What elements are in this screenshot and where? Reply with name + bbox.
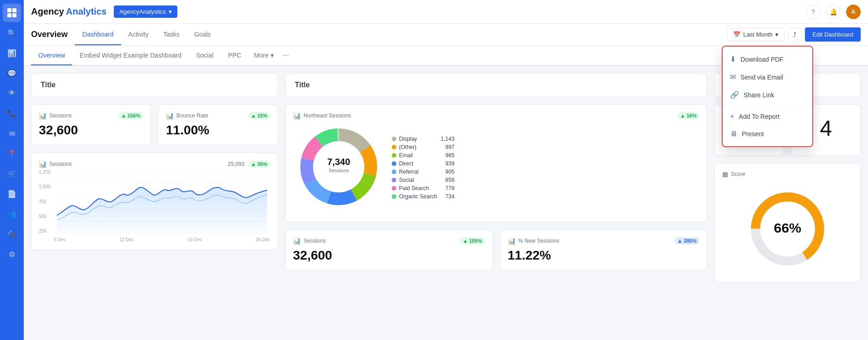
sessions-stat-header: 📊 Sessions ▲ 155% [39, 112, 143, 119]
help-button[interactable]: ? [806, 5, 820, 19]
dropdown-add-report[interactable]: + Add To Report [723, 108, 812, 125]
legend-dot-display [392, 137, 396, 141]
bounce-value: 11.00% [166, 123, 270, 138]
new-sessions-bar-icon: 📊 [508, 237, 516, 244]
donut-container: 7,340 Sessions [293, 121, 384, 214]
dropdown-download-pdf[interactable]: ⬇ Download PDF [723, 50, 812, 68]
second-navbar: Overview Dashboard Activity Tasks Goals … [24, 24, 868, 46]
donut-label: Northeast Sessions [304, 112, 351, 119]
sessions-chart-card: 📊 Sessions 25,093 ▲ 35% 1,250 1,000 750 [31, 153, 278, 250]
sessions-stat-header-2: 📊 Sessions ▲ 155% [293, 237, 485, 244]
sidebar-search[interactable]: 🔍 [3, 24, 21, 42]
sessions-badge-2: ▲ 155% [460, 237, 485, 244]
present-label: Present [742, 130, 764, 138]
score-header: ▦ Score [722, 170, 853, 178]
subnav-tab-overview[interactable]: Overview [31, 46, 72, 65]
tab-dashboard[interactable]: Dashboard [75, 24, 121, 45]
subnav-dots-button[interactable]: ··· [279, 46, 293, 65]
chart-area: 1,250 1,000 750 500 250 [39, 170, 270, 242]
edit-dashboard-label: Edit Dashboard [812, 31, 853, 38]
title-card-2: Title [285, 73, 707, 97]
page-tabs: Dashboard Activity Tasks Goals [75, 24, 218, 45]
legend-social: Social 858 [392, 177, 454, 183]
legend-referral: Referral 905 [392, 169, 454, 175]
tab-goals-label: Goals [194, 31, 211, 38]
donut-badge: ▲ 16% [677, 112, 699, 119]
sidebar-phone[interactable]: 📞 [3, 104, 21, 122]
new-sessions-stat-card: 📊 % New Sessions ▲ 285% 11.22% [500, 229, 708, 271]
donut-legend: Display 1,143 (Other) 997 Email [392, 136, 454, 200]
sidebar-eye[interactable]: 👁 [3, 84, 21, 102]
sessions-chart-total: 25,093 [228, 161, 245, 167]
legend-dot-email [392, 153, 396, 158]
bottom-stats-row: 📊 Sessions ▲ 155% 32,600 📊 % New Session… [285, 229, 707, 271]
dropdown-share-link[interactable]: 🔗 Share Link [723, 86, 812, 104]
topnav-left: AgencyAnalytics AgencyAnalystics ▾ [31, 5, 177, 18]
subnav-dots-label: ··· [283, 51, 289, 59]
sidebar-settings[interactable]: ⚙ [3, 245, 21, 263]
score-label: Score [731, 171, 745, 177]
dropdown-present[interactable]: 🖥 Present [723, 125, 812, 143]
legend-dot-referral [392, 170, 396, 174]
send-email-label: Send via Email [740, 74, 783, 81]
sessions-stat-card: 📊 Sessions ▲ 155% 32,600 [31, 104, 151, 145]
new-sessions-stat-header: 📊 % New Sessions ▲ 285% [508, 237, 700, 244]
legend-dot-social [392, 178, 396, 182]
dropdown-send-email[interactable]: ✉ Send via Email [723, 68, 812, 86]
subnav-more-button[interactable]: More ▾ [249, 46, 279, 64]
notifications-button[interactable]: 🔔 [826, 5, 841, 19]
donut-svg: 7,340 Sessions [293, 121, 384, 212]
question-icon: ? [811, 8, 815, 16]
agency-dropdown[interactable]: AgencyAnalystics ▾ [114, 5, 177, 18]
donut-section: 7,340 Sessions Display 1,143 [293, 121, 699, 214]
sidebar-home[interactable] [3, 4, 21, 22]
link-icon: 🔗 [730, 90, 739, 99]
topnav-right: ? 🔔 A [806, 5, 861, 19]
sessions-label-2: Sessions [304, 238, 326, 244]
chart-svg-wrap: 5 Dec 12 Dec 19 Dec 26 Dec [54, 170, 270, 242]
y-axis: 1,250 1,000 750 500 250 [39, 170, 52, 234]
score-gauge-svg: 66% [742, 183, 833, 275]
subnav-tab-ppc[interactable]: PPC [221, 46, 249, 65]
sessions-stat-card-2: 📊 Sessions ▲ 155% 32,600 [285, 229, 493, 271]
tab-tasks[interactable]: Tasks [156, 24, 187, 45]
tab-activity[interactable]: Activity [121, 24, 156, 45]
sessions-line-chart [54, 170, 270, 234]
score-gauge: 66% [722, 183, 853, 275]
subnav-embed-label: Embed Widget Example Dashboard [80, 52, 181, 59]
title-card-2-text: Title [295, 81, 310, 89]
share-link-label: Share Link [744, 91, 774, 99]
tab-dashboard-label: Dashboard [82, 31, 114, 38]
share-dropdown-menu: ⬇ Download PDF ✉ Send via Email 🔗 Share … [722, 46, 813, 147]
tab-activity-label: Activity [128, 31, 149, 38]
sidebar-cart[interactable]: 🛒 [3, 165, 21, 183]
sessions-chart-label: Sessions [49, 161, 72, 167]
sidebar-users[interactable]: 👥 [3, 205, 21, 223]
sidebar: 🔍 📊 💬 👁 📞 ✉ 📍 🛒 📄 👥 🔌 ⚙ [0, 0, 24, 340]
subnav-tab-social[interactable]: Social [189, 46, 221, 65]
legend-organic-search: Organic Search 734 [392, 193, 454, 200]
sidebar-mail[interactable]: ✉ [3, 124, 21, 143]
edit-dashboard-button[interactable]: Edit Dashboard [805, 27, 861, 42]
logo: AgencyAnalytics [31, 6, 107, 17]
main-area: AgencyAnalytics AgencyAnalystics ▾ ? 🔔 A… [24, 0, 868, 340]
sidebar-location[interactable]: 📍 [3, 144, 21, 163]
donut-chart-header: 📊 Northeast Sessions ▲ 16% [293, 112, 699, 119]
tab-goals[interactable]: Goals [187, 24, 218, 45]
sidebar-chart[interactable]: 📊 [3, 44, 21, 62]
share-button[interactable]: ⤴ [788, 28, 801, 42]
legend-dot-paid-search [392, 186, 396, 191]
sessions-chart-icon: 📊 [39, 160, 47, 168]
date-range-button[interactable]: 📅 Last Month ▾ [727, 28, 784, 41]
sidebar-docs[interactable]: 📄 [3, 185, 21, 203]
user-avatar[interactable]: A [846, 5, 861, 19]
sessions-chart-header: 📊 Sessions 25,093 ▲ 35% [39, 160, 270, 168]
sidebar-chat[interactable]: 💬 [3, 64, 21, 82]
sessions-chart-badge: ▲ 35% [248, 160, 270, 168]
score-card: ▦ Score 66% [714, 163, 861, 282]
subnav-tab-embed[interactable]: Embed Widget Example Dashboard [72, 46, 189, 65]
legend-dot-direct [392, 161, 396, 166]
sessions-label: Sessions [49, 112, 72, 119]
sidebar-plug[interactable]: 🔌 [3, 225, 21, 243]
svg-point-15 [313, 141, 364, 192]
